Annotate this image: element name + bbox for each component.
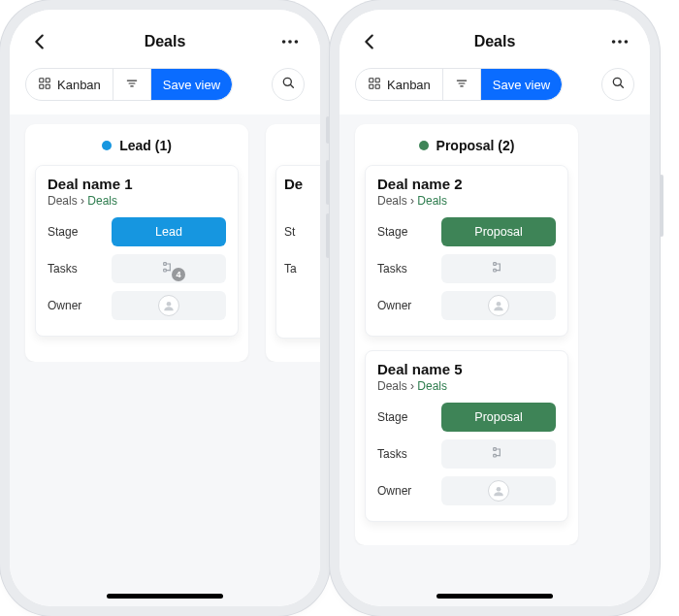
avatar-icon bbox=[488, 480, 509, 502]
deal-card[interactable]: Deal name 2Deals › DealsStageProposalTas… bbox=[365, 165, 568, 337]
filter-icon bbox=[455, 77, 469, 93]
filter-button[interactable] bbox=[443, 69, 481, 100]
save-view-button[interactable]: Save view bbox=[481, 69, 562, 100]
column-header bbox=[275, 134, 320, 165]
tasks-cell[interactable] bbox=[441, 439, 556, 469]
search-button[interactable] bbox=[601, 68, 634, 101]
page-title: Deals bbox=[145, 33, 186, 50]
svg-rect-6 bbox=[46, 84, 49, 88]
owner-cell[interactable] bbox=[112, 291, 226, 320]
view-switch-group: KanbanSave view bbox=[355, 68, 563, 101]
phone-frame: DealsKanbanSave viewProposal (2)Deal nam… bbox=[340, 10, 650, 606]
crumb-leaf[interactable]: Deals bbox=[87, 194, 117, 208]
kanban-column[interactable]: Proposal (2)Deal name 2Deals › DealsStag… bbox=[355, 124, 578, 545]
deal-title: Deal name 5 bbox=[377, 361, 556, 377]
tasks-cell[interactable] bbox=[441, 254, 556, 283]
breadcrumb: Deals › Deals bbox=[377, 379, 556, 393]
kanban-view-button[interactable]: Kanban bbox=[356, 69, 443, 100]
task-count-badge: 4 bbox=[172, 268, 185, 281]
kanban-label: Kanban bbox=[57, 78, 101, 92]
back-icon[interactable] bbox=[29, 31, 50, 52]
stage-label: St bbox=[284, 225, 313, 239]
crumb-root: Deals bbox=[377, 379, 407, 393]
tasks-icon bbox=[491, 260, 506, 278]
crumb-leaf[interactable]: Deals bbox=[417, 379, 447, 393]
svg-point-1 bbox=[288, 40, 292, 44]
header: Deals bbox=[10, 10, 320, 62]
svg-line-11 bbox=[290, 84, 293, 87]
more-icon[interactable] bbox=[279, 31, 301, 52]
deal-card[interactable]: Deal name 1Deals › DealsStageLeadTasks4O… bbox=[35, 165, 239, 337]
view-switch-group: KanbanSave view bbox=[25, 68, 233, 101]
save-view-button[interactable]: Save view bbox=[151, 69, 232, 100]
svg-rect-23 bbox=[370, 84, 373, 88]
filter-icon bbox=[125, 77, 139, 93]
breadcrumb bbox=[284, 194, 320, 208]
filter-button[interactable] bbox=[113, 69, 151, 100]
avatar-icon bbox=[488, 295, 509, 316]
kanban-column[interactable]: Lead (1)Deal name 1Deals › DealsStageLea… bbox=[25, 124, 248, 362]
kanban-board[interactable]: Proposal (2)Deal name 2Deals › DealsStag… bbox=[340, 114, 650, 545]
search-button[interactable] bbox=[272, 68, 305, 101]
search-icon bbox=[610, 75, 626, 94]
kanban-column-peek[interactable]: De StTa bbox=[266, 124, 320, 362]
owner-label: Owner bbox=[48, 299, 104, 312]
column-header: Lead (1) bbox=[35, 134, 239, 165]
stage-chip[interactable]: Proposal bbox=[441, 217, 556, 246]
back-icon[interactable] bbox=[359, 31, 380, 52]
avatar-icon bbox=[158, 295, 179, 316]
status-dot bbox=[419, 141, 429, 150]
screen: DealsKanbanSave viewProposal (2)Deal nam… bbox=[340, 10, 650, 606]
tasks-label: Tasks bbox=[377, 447, 434, 461]
kanban-view-button[interactable]: Kanban bbox=[26, 69, 113, 100]
stage-label: Stage bbox=[377, 225, 434, 239]
stage-label: Stage bbox=[48, 225, 104, 239]
crumb-root: Deals bbox=[377, 194, 407, 208]
crumb-leaf[interactable]: Deals bbox=[417, 194, 447, 208]
crumb-root: Deals bbox=[48, 194, 78, 208]
tasks-icon bbox=[491, 445, 506, 464]
search-icon bbox=[280, 75, 296, 94]
phone-frame: DealsKanbanSave viewLead (1)Deal name 1D… bbox=[10, 10, 320, 606]
deal-card[interactable]: Deal name 5Deals › DealsStageProposalTas… bbox=[365, 350, 568, 522]
owner-cell[interactable] bbox=[441, 291, 556, 320]
column-title: Proposal (2) bbox=[436, 138, 515, 153]
home-indicator bbox=[107, 594, 223, 599]
svg-rect-24 bbox=[375, 84, 379, 88]
kanban-label: Kanban bbox=[387, 78, 431, 92]
breadcrumb: Deals › Deals bbox=[377, 194, 556, 208]
svg-rect-5 bbox=[40, 84, 44, 88]
stage-chip[interactable]: Lead bbox=[112, 217, 226, 246]
page-title: Deals bbox=[474, 33, 516, 50]
svg-point-35 bbox=[497, 302, 501, 307]
breadcrumb: Deals › Deals bbox=[48, 194, 226, 208]
owner-label: Owner bbox=[377, 299, 434, 312]
screen: DealsKanbanSave viewLead (1)Deal name 1D… bbox=[10, 10, 320, 606]
tasks-cell[interactable]: 4 bbox=[112, 254, 226, 283]
toolbar: KanbanSave view bbox=[340, 62, 650, 114]
svg-point-2 bbox=[295, 40, 299, 44]
svg-point-41 bbox=[497, 487, 501, 492]
owner-cell[interactable] bbox=[441, 476, 556, 505]
column-header: Proposal (2) bbox=[365, 134, 568, 165]
deal-title: Deal name 2 bbox=[377, 176, 556, 192]
header: Deals bbox=[340, 10, 650, 62]
kanban-icon bbox=[38, 77, 51, 93]
status-dot bbox=[102, 141, 112, 150]
stage-label: Stage bbox=[377, 410, 434, 424]
more-icon[interactable] bbox=[609, 31, 630, 52]
tasks-label: Tasks bbox=[48, 262, 104, 276]
svg-point-17 bbox=[167, 302, 172, 307]
svg-point-19 bbox=[618, 40, 622, 44]
owner-label: Owner bbox=[377, 484, 434, 498]
svg-rect-4 bbox=[46, 78, 49, 81]
home-indicator bbox=[436, 594, 553, 599]
svg-point-20 bbox=[625, 40, 629, 44]
deal-title: Deal name 1 bbox=[48, 176, 226, 192]
deal-card[interactable]: De StTa bbox=[275, 165, 320, 339]
stage-chip[interactable]: Proposal bbox=[441, 403, 556, 432]
svg-point-18 bbox=[612, 40, 616, 44]
deal-title: De bbox=[284, 176, 320, 192]
kanban-board[interactable]: Lead (1)Deal name 1Deals › DealsStageLea… bbox=[10, 114, 320, 362]
toolbar: KanbanSave view bbox=[10, 62, 320, 114]
